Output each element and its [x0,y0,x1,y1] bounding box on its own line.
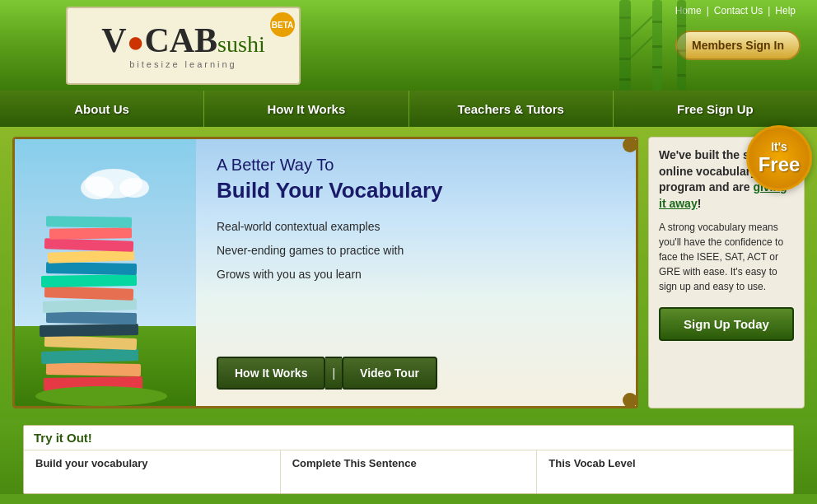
svg-rect-30 [49,227,132,240]
svg-rect-24 [43,298,137,313]
sidebar-paragraph: A strong vocabulary means you'll have th… [659,220,794,294]
nav-free-signup[interactable]: Free Sign Up [614,91,817,127]
books-svg [15,139,188,406]
svg-rect-8 [652,21,662,23]
logo-v: V [101,21,126,59]
svg-rect-22 [40,324,138,337]
svg-rect-14 [677,74,686,77]
right-sidebar: It's Free We've built the smartest onlin… [648,137,805,408]
main-content: A Better Way To Build Your Vocabulary Re… [0,127,817,418]
hero-headline-bold: Build Your Vocabulary [217,178,615,203]
signup-today-button[interactable]: Sign Up Today [659,307,794,341]
logo-subtitle: bitesize learning [129,59,237,69]
logo-o: ● [127,26,145,58]
svg-point-32 [35,386,167,406]
bottom-section: Try it Out! Build your vocabulary Comple… [0,425,817,494]
svg-rect-29 [44,238,133,252]
help-link[interactable]: Help [770,5,801,16]
hero-feature-1: Real-world contextual examples [217,217,615,237]
logo-area: V●CABsushi bitesize learning BETA [66,7,301,85]
nav-teachers-tutors[interactable]: Teachers & Tutors [409,91,614,127]
svg-rect-2 [619,37,631,40]
svg-rect-9 [652,45,662,48]
svg-rect-3 [619,58,631,60]
svg-rect-4 [619,78,631,81]
svg-rect-21 [44,335,137,350]
hero-feature-3: Grows with you as you learn [217,264,615,285]
nav-how-it-works[interactable]: How It Works [204,91,408,127]
logo-sushi: sushi [217,31,265,57]
try-col-3-title: This Vocab Level [549,457,782,469]
hero-inner: A Better Way To Build Your Vocabulary Re… [15,139,636,406]
hero-content: A Better Way To Build Your Vocabulary Re… [217,156,615,302]
svg-rect-19 [46,362,141,376]
svg-rect-26 [41,274,137,287]
svg-rect-1 [619,16,631,19]
hero-features: Real-world contextual examples Never-end… [217,217,615,286]
contact-link[interactable]: Contact Us [709,5,768,16]
try-col-1-title: Build your vocabulary [35,457,268,469]
top-bar: V●CABsushi bitesize learning BETA Home |… [0,0,817,91]
try-col-2: Complete This Sentence [281,450,538,493]
try-it-bar: Try it Out! Build your vocabulary Comple… [23,425,794,494]
hero-panel: A Better Way To Build Your Vocabulary Re… [12,137,638,408]
try-it-header: Try it Out! [24,426,793,450]
nav-bar: About Us How It Works Teachers & Tutors … [0,91,817,127]
svg-rect-27 [46,262,137,275]
free-label: Free [759,153,801,176]
nav-about-us[interactable]: About Us [0,91,204,127]
svg-rect-10 [652,66,662,68]
svg-rect-11 [677,0,686,91]
bamboo-corner-tr [623,138,637,152]
button-divider: | [325,357,342,390]
svg-point-17 [119,178,149,198]
try-it-body: Build your vocabulary Complete This Sent… [24,450,793,493]
svg-rect-25 [44,286,133,301]
bamboo-corner-br [623,393,637,408]
free-badge: It's Free [746,125,812,191]
svg-rect-23 [46,311,137,324]
hero-buttons: How It Works | Video Tour [217,357,615,390]
free-its: It's [771,140,787,153]
logo-cab: CAB [144,21,217,59]
how-it-works-button[interactable]: How It Works [217,357,325,390]
try-col-1: Build your vocabulary [24,450,281,493]
bamboo-decoration [611,0,710,91]
svg-rect-0 [619,0,631,91]
beta-badge: BETA [270,12,295,37]
hero-headline: A Better Way To [217,156,615,175]
svg-point-16 [81,176,114,199]
svg-rect-31 [46,216,132,228]
try-it-title: Try it Out! [34,431,92,445]
svg-rect-12 [677,25,686,27]
svg-rect-13 [677,49,686,52]
logo-text: V●CABsushi [101,23,264,58]
hero-text-area: A Better Way To Build Your Vocabulary Re… [196,139,636,406]
video-tour-button[interactable]: Video Tour [342,357,437,390]
hero-feature-2: Never-ending games to practice with [217,240,615,261]
try-col-3: This Vocab Level [537,450,793,493]
try-col-2-title: Complete This Sentence [292,457,525,469]
svg-rect-20 [41,348,138,364]
hero-image-area [15,139,196,406]
svg-line-5 [631,16,652,37]
svg-rect-28 [48,250,134,264]
